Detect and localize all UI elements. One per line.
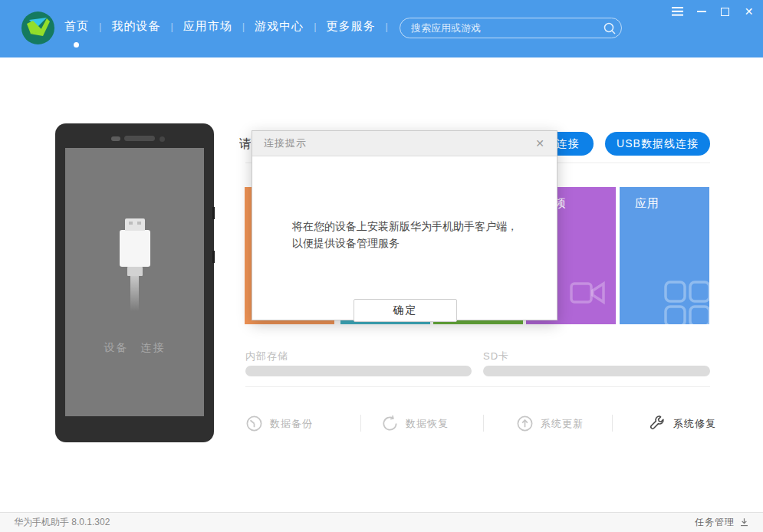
download-tasks-icon [739, 517, 749, 527]
video-camera-icon [570, 277, 607, 310]
dialog-title: 连接提示 [264, 136, 532, 150]
action-separator [360, 415, 361, 432]
phone-side-button [212, 251, 215, 263]
page-heading-partial: 请 [239, 136, 251, 152]
restore-arrow-icon [381, 415, 399, 432]
action-label: 系统更新 [541, 417, 584, 431]
backup-clock-icon [245, 415, 263, 432]
internal-storage-bar [245, 366, 472, 376]
dialog-ok-button[interactable]: 确定 [354, 299, 457, 322]
dialog-body: 将在您的设备上安装新版华为手机助手客户端， 以便提供设备管理服务 确定 [252, 156, 557, 320]
close-icon[interactable]: ✕ [743, 6, 755, 17]
nav-item-my-devices[interactable]: 我的设备 [111, 19, 160, 34]
action-data-restore[interactable]: 数据恢复 [381, 415, 449, 432]
action-label: 系统修复 [673, 417, 716, 431]
phone-earpiece [111, 136, 120, 141]
dialog-message: 将在您的设备上安装新版华为手机助手客户端， 以便提供设备管理服务 [292, 218, 530, 251]
sd-card-bar [483, 366, 710, 376]
window-controls: ✕ [672, 6, 755, 17]
action-separator [612, 415, 613, 432]
status-text-connect: 连接 [141, 341, 166, 353]
header-bar: 首页|我的设备|应用市场|游戏中心|更多服务| ✕ [0, 0, 763, 57]
nav-item-app-market[interactable]: 应用市场 [183, 19, 232, 34]
search-input[interactable] [400, 22, 601, 34]
hisuite-window: 首页|我的设备|应用市场|游戏中心|更多服务| ✕ [0, 0, 763, 532]
phone-illustration: 设备连接 [55, 123, 214, 442]
nav-separator: | [386, 21, 388, 32]
footer-bar: 华为手机助手 8.0.1.302 任务管理 [0, 512, 763, 532]
search-icon[interactable] [601, 21, 621, 36]
action-system-update[interactable]: 系统更新 [516, 415, 584, 432]
hisuite-logo-icon [21, 11, 55, 45]
main-nav: 首页|我的设备|应用市场|游戏中心|更多服务| [64, 19, 398, 34]
status-text-device: 设备 [104, 341, 129, 353]
internal-storage-label: 内部存储 [245, 350, 288, 363]
update-arrow-icon [516, 415, 534, 432]
nav-separator: | [99, 21, 101, 32]
action-separator [483, 415, 484, 432]
phone-speaker [124, 136, 155, 141]
search-box[interactable] [400, 18, 622, 38]
dialog-titlebar: 连接提示 ✕ [252, 131, 557, 156]
dialog-close-icon[interactable]: ✕ [532, 136, 548, 151]
task-manager-label: 任务管理 [695, 516, 735, 529]
nav-item-home[interactable]: 首页 [64, 19, 89, 34]
connect-dialog: 连接提示 ✕ 将在您的设备上安装新版华为手机助手客户端， 以便提供设备管理服务 … [252, 130, 557, 320]
phone-camera-dot [160, 136, 165, 142]
tile-label: 应用 [635, 196, 659, 211]
nav-item-game-center[interactable]: 游戏中心 [255, 19, 304, 34]
minimize-icon[interactable] [696, 6, 707, 17]
phone-screen: 设备连接 [65, 148, 204, 416]
action-label: 数据备份 [270, 417, 313, 431]
menu-icon[interactable] [672, 6, 683, 17]
app-grid-icon [664, 281, 709, 324]
nav-separator: | [170, 21, 173, 32]
maximize-icon[interactable] [719, 6, 731, 17]
action-label: 数据恢复 [406, 417, 449, 431]
action-data-backup[interactable]: 数据备份 [245, 415, 313, 432]
app-version-text: 华为手机助手 8.0.1.302 [14, 516, 695, 529]
nav-item-more-services[interactable]: 更多服务 [327, 19, 376, 34]
task-manager-button[interactable]: 任务管理 [695, 516, 749, 529]
nav-separator: | [242, 21, 245, 32]
usb-cable-icon [65, 218, 204, 311]
device-connect-status: 设备连接 [65, 341, 204, 355]
wrench-icon [649, 415, 666, 432]
sd-card-label: SD卡 [483, 350, 509, 363]
action-system-repair[interactable]: 系统修复 [649, 415, 716, 432]
tile-apps[interactable]: 应用 [620, 187, 709, 324]
section-divider [245, 386, 710, 387]
active-tab-dot [74, 42, 79, 48]
phone-side-button [212, 207, 215, 219]
nav-separator: | [314, 21, 316, 32]
usb-connect-button[interactable]: USB数据线连接 [605, 132, 710, 156]
